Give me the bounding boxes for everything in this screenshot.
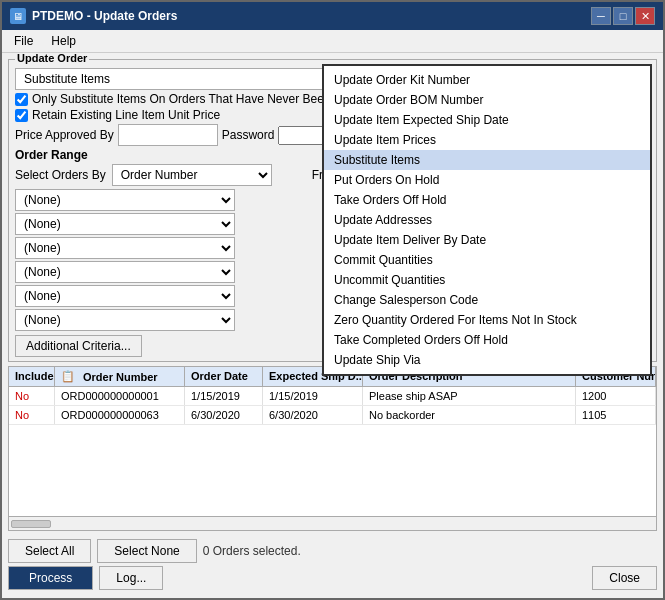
select-all-button[interactable]: Select All [8,539,91,563]
dropdown-item-completed-hold[interactable]: Take Completed Orders Off Hold [324,330,650,350]
price-approved-label: Price Approved By [15,128,114,142]
retain-price-checkbox[interactable] [15,109,28,122]
row2-order-number: ORD000000000063 [55,406,185,424]
main-window: 🖥 PTDEMO - Update Orders ─ □ ✕ File Help… [0,0,665,600]
dropdown-item-ship-via[interactable]: Update Ship Via [324,350,650,370]
horizontal-scrollbar[interactable] [9,516,656,530]
only-substitute-checkbox[interactable] [15,93,28,106]
main-type-dropdown[interactable]: Substitute Items Update Order Kit Number… [15,68,345,90]
process-button[interactable]: Process [8,566,93,590]
table-body: No ORD000000000001 1/15/2019 1/15/2019 P… [9,387,656,516]
title-bar: 🖥 PTDEMO - Update Orders ─ □ ✕ [2,2,663,30]
menu-file[interactable]: File [6,32,41,50]
row1-order-number: ORD000000000001 [55,387,185,405]
row1-expected-ship: 1/15/2019 [263,387,363,405]
dropdown-item-bom-number[interactable]: Update Order BOM Number [324,90,650,110]
dropdown-item-zero-qty[interactable]: Zero Quantity Ordered For Items Not In S… [324,310,650,330]
dropdown-item-addresses[interactable]: Update Addresses [324,210,650,230]
select-orders-by-dropdown[interactable]: Order Number [112,164,272,186]
title-bar-left: 🖥 PTDEMO - Update Orders [10,8,177,24]
header-order-number: 📋 Order Number [55,367,185,386]
dropdown-item-uncommit[interactable]: Uncommit Quantities [324,270,650,290]
maximize-button[interactable]: □ [613,7,633,25]
close-window-button[interactable]: ✕ [635,7,655,25]
row2-customer-num: 1105 [576,406,656,424]
price-approved-input[interactable] [118,124,218,146]
row1-description: Please ship ASAP [363,387,576,405]
dropdown-item-item-prices[interactable]: Update Item Prices [324,130,650,150]
header-include: Include [9,367,55,386]
scroll-thumb [11,520,51,528]
order-filter-1[interactable]: (None) [15,189,235,211]
orders-table: Include 📋 Order Number Order Date Expect… [8,366,657,531]
minimize-button[interactable]: ─ [591,7,611,25]
log-button[interactable]: Log... [99,566,163,590]
dropdown-item-salesperson[interactable]: Change Salesperson Code [324,290,650,310]
status-text: 0 Orders selected. [203,544,301,558]
menu-help[interactable]: Help [43,32,84,50]
dropdown-item-substitute[interactable]: Substitute Items [324,150,650,170]
header-order-date: Order Date [185,367,263,386]
order-filter-2[interactable]: (None) [15,213,235,235]
order-number-sort-icon: 📋 [61,370,75,383]
dropdown-item-deliver-by[interactable]: Update Item Deliver By Date [324,230,650,250]
bottom-bar: Select All Select None 0 Orders selected… [8,535,657,592]
order-filter-6[interactable]: (None) [15,309,235,331]
dropdown-item-put-hold[interactable]: Put Orders On Hold [324,170,650,190]
order-filter-5[interactable]: (None) [15,285,235,307]
app-icon: 🖥 [10,8,26,24]
row2-description: No backorder [363,406,576,424]
menu-bar: File Help [2,30,663,53]
row1-include: No [9,387,55,405]
password-label: Password [222,128,275,142]
table-row[interactable]: No ORD000000000001 1/15/2019 1/15/2019 P… [9,387,656,406]
row1-customer-num: 1200 [576,387,656,405]
order-filter-4[interactable]: (None) [15,261,235,283]
table-row[interactable]: No ORD000000000063 6/30/2020 6/30/2020 N… [9,406,656,425]
row2-expected-ship: 6/30/2020 [263,406,363,424]
dropdown-item-take-hold[interactable]: Take Orders Off Hold [324,190,650,210]
title-bar-controls: ─ □ ✕ [591,7,655,25]
dropdown-item-expected-ship[interactable]: Update Item Expected Ship Date [324,110,650,130]
only-substitute-label: Only Substitute Items On Orders That Hav… [32,92,331,106]
close-button[interactable]: Close [592,566,657,590]
additional-criteria-button[interactable]: Additional Criteria... [15,335,142,357]
order-filter-3[interactable]: (None) [15,237,235,259]
group-label: Update Order [15,53,89,64]
row1-order-date: 1/15/2019 [185,387,263,405]
bottom-row2: Process Log... Close [8,566,657,590]
row2-include: No [9,406,55,424]
select-none-button[interactable]: Select None [97,539,196,563]
dropdown-item-kit-number[interactable]: Update Order Kit Number [324,70,650,90]
row2-order-date: 6/30/2020 [185,406,263,424]
select-orders-label: Select Orders By [15,168,106,182]
retain-price-label: Retain Existing Line Item Unit Price [32,108,220,122]
bottom-row1: Select All Select None 0 Orders selected… [8,539,657,563]
dropdown-overlay: Update Order Kit Number Update Order BOM… [322,64,652,376]
dropdown-item-commit[interactable]: Commit Quantities [324,250,650,270]
window-title: PTDEMO - Update Orders [32,9,177,23]
